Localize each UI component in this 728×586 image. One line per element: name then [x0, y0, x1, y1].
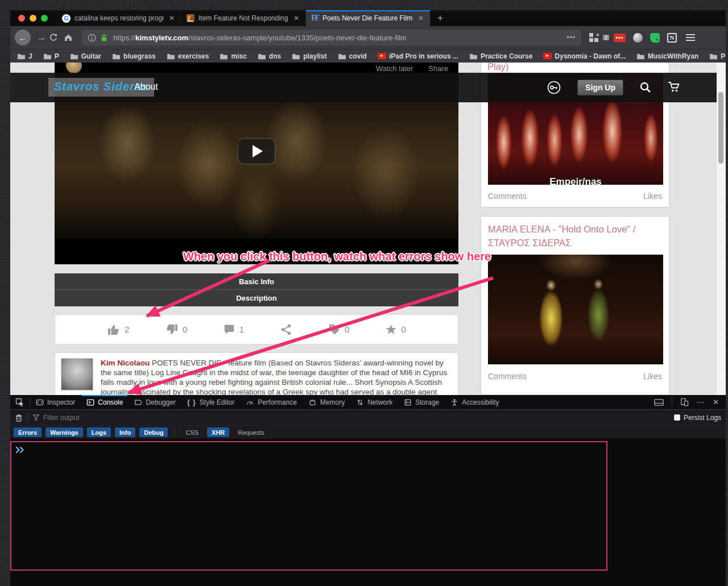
persist-logs-toggle[interactable]: Persist Logs	[674, 414, 721, 422]
likes-link[interactable]: Likes	[643, 372, 662, 381]
bookmark-folder[interactable]: MusicWithRyan	[636, 52, 698, 60]
close-tab-icon[interactable]: ✕	[168, 14, 176, 22]
new-tab-button[interactable]: +	[431, 10, 450, 26]
filter-info[interactable]: Info	[115, 427, 135, 437]
devtools-tab-memory[interactable]: Memory	[303, 395, 350, 409]
watch-later-button[interactable]: Watch later	[376, 64, 413, 73]
url-bar[interactable]: https://kimstyletv.com/stavros-sideras-s…	[82, 30, 581, 45]
dislike-button[interactable]: 0	[165, 323, 187, 336]
tab-poets-never-die[interactable]: FF Poets Never Die Feature Film - ✕	[306, 10, 431, 26]
persist-logs-checkbox[interactable]	[674, 414, 680, 421]
share-reaction-button[interactable]	[280, 323, 292, 336]
devtools-tab-performance[interactable]: Performance	[240, 395, 303, 409]
devtools-tab-accessibility[interactable]: Accessibility	[445, 395, 504, 409]
devtools-menu-button[interactable]: ⋯	[697, 398, 705, 406]
filter-warnings[interactable]: Warnings	[46, 427, 83, 437]
comment-author[interactable]: Kim Nicolaou	[101, 359, 150, 367]
filter-css[interactable]: CSS	[181, 427, 203, 437]
likes-link[interactable]: Likes	[643, 192, 662, 201]
share-button[interactable]: Share	[428, 64, 448, 73]
bookmark-folder[interactable]: exercises	[167, 52, 209, 60]
url-text[interactable]: https://kimstyletv.com/stavros-sideras-s…	[113, 34, 562, 42]
minimize-window-button[interactable]	[30, 15, 36, 22]
devtools-tab-inspector[interactable]: Inspector	[30, 395, 81, 409]
bookmark-folder[interactable]: misc	[220, 52, 246, 60]
bookmark-folder[interactable]: Preply	[709, 52, 726, 60]
close-tab-icon[interactable]: ✕	[292, 14, 300, 22]
pick-element-button[interactable]	[10, 398, 30, 407]
like-button[interactable]: 2	[107, 323, 129, 336]
ff-favicon: FF	[311, 14, 318, 23]
tag-icon	[328, 323, 341, 336]
channel-avatar[interactable]	[66, 63, 82, 73]
devtools-tab-network[interactable]: Network	[350, 395, 398, 409]
bookmark-folder[interactable]: playlist	[292, 52, 326, 60]
back-button[interactable]: ←	[15, 30, 31, 45]
reload-button[interactable]	[49, 33, 64, 42]
bookmark-folder[interactable]: J	[17, 52, 32, 60]
comments-link[interactable]: Comments	[488, 372, 527, 381]
cart-icon[interactable]	[668, 81, 681, 94]
zoom-window-button[interactable]	[41, 15, 48, 22]
devtools-tab-style-editor[interactable]: { } Style Editor	[181, 395, 240, 409]
responsive-design-icon[interactable]	[680, 398, 689, 406]
navigation-toolbar: ← → https://kimstyletv.com/stavros-sider…	[10, 26, 726, 49]
bookmark-folder[interactable]: covid	[338, 52, 367, 60]
basic-info-tab[interactable]: Basic Info	[55, 273, 458, 290]
video-title-link[interactable]: MARIA ELENA - "Hold Onto Love" / ΣΤΑΥΡΟΣ…	[481, 217, 669, 253]
favorite-button[interactable]: ★ 0	[385, 323, 406, 336]
close-window-button[interactable]	[18, 15, 25, 22]
scrollbar-thumb[interactable]	[718, 92, 723, 164]
menu-button[interactable]	[686, 32, 695, 43]
evernote-extension-icon[interactable]	[650, 33, 660, 43]
bookmark-folder[interactable]: P	[43, 52, 59, 60]
bookmark-folder[interactable]: dns	[258, 52, 281, 60]
commenter-avatar[interactable]	[61, 358, 93, 390]
filter-funnel-icon	[32, 414, 40, 421]
filter-output-box[interactable]	[32, 414, 674, 422]
split-console-icon[interactable]	[654, 398, 664, 406]
login-key-icon[interactable]	[547, 80, 561, 95]
play-button[interactable]	[238, 138, 275, 164]
lastpass-extension-icon[interactable]: •••	[614, 34, 626, 42]
site-info-icon[interactable]	[88, 34, 96, 42]
bookmark-folder[interactable]: bluegrass	[112, 52, 156, 60]
bookmark-youtube[interactable]: iPad Pro in serious ...	[378, 52, 458, 60]
gray-extension-icon[interactable]	[633, 33, 643, 43]
forward-button[interactable]: →	[34, 32, 49, 43]
search-icon[interactable]	[639, 81, 652, 94]
bookmark-youtube[interactable]: Dysnomia - Dawn of...	[543, 52, 626, 60]
filter-errors[interactable]: Errors	[14, 427, 42, 437]
site-favicon	[187, 14, 195, 22]
devtools-close-button[interactable]: ✕	[713, 398, 719, 406]
clear-console-icon[interactable]	[15, 413, 23, 422]
comment-button[interactable]: 1	[223, 323, 244, 336]
filter-logs[interactable]: Logs	[87, 427, 111, 437]
tab-item-feature[interactable]: Item Feature Not Responding - ✕	[181, 10, 306, 26]
devtools-tab-console[interactable]: Console	[81, 395, 129, 409]
tag-button[interactable]: 0	[328, 323, 349, 336]
nav-about-link[interactable]: About	[134, 82, 158, 92]
close-tab-icon[interactable]: ✕	[417, 14, 425, 22]
devtools-tab-debugger[interactable]: Debugger	[129, 395, 181, 409]
notion-extension-icon[interactable]: N	[667, 33, 677, 43]
console-output[interactable]	[10, 439, 726, 586]
filter-output-input[interactable]	[43, 414, 214, 422]
bookmark-folder[interactable]: Practice Course	[469, 52, 532, 60]
description-tab[interactable]: Description	[55, 290, 458, 306]
page-scrollbar[interactable]	[717, 63, 726, 395]
tab-catalina[interactable]: G catalina keeps restoring progra ✕	[57, 10, 181, 26]
https-lock-icon[interactable]	[100, 34, 108, 42]
video-thumbnail[interactable]	[488, 255, 663, 364]
filter-debug[interactable]: Debug	[139, 427, 168, 437]
filter-xhr[interactable]: XHR	[207, 427, 229, 437]
debugger-icon	[134, 398, 142, 406]
comments-link[interactable]: Comments	[488, 192, 527, 201]
signup-button[interactable]: Sign Up	[577, 80, 623, 95]
filter-requests[interactable]: Requests	[233, 427, 268, 437]
home-button[interactable]	[64, 33, 78, 42]
grid-plus-extension-icon[interactable]: +	[589, 33, 599, 43]
bookmark-folder[interactable]: Guitar	[70, 52, 101, 60]
page-actions-button[interactable]: •••	[566, 34, 576, 41]
devtools-tab-storage[interactable]: Storage	[398, 395, 445, 409]
